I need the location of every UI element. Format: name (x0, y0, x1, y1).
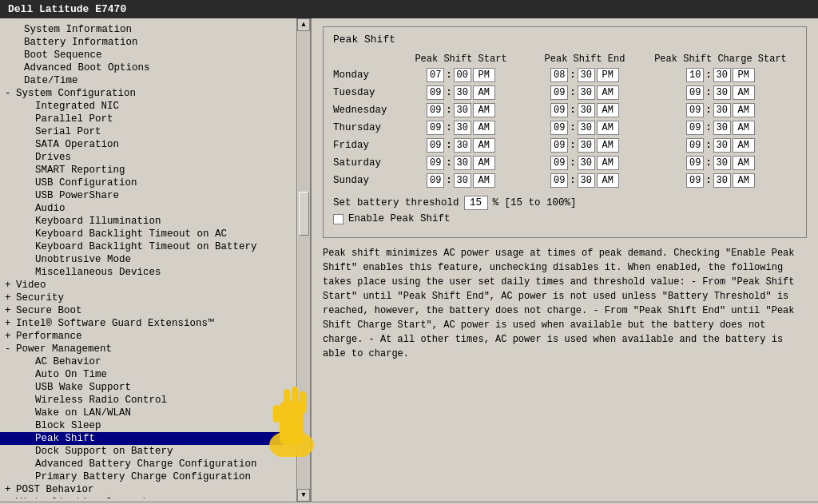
sidebar-item-ac-behavior[interactable]: AC Behavior (0, 355, 310, 368)
time-ampm-input[interactable] (733, 173, 755, 188)
time-hour-input[interactable] (427, 156, 444, 170)
sidebar-item-virt-support[interactable]: +Virtualization Support (0, 496, 310, 498)
sidebar-item-security[interactable]: +Security (0, 292, 310, 304)
sidebar-item-keyboard-timeout-ac[interactable]: Keyboard Backlight Timeout on AC (0, 228, 310, 240)
time-ampm-input[interactable] (597, 156, 619, 170)
sidebar-item-misc-devices[interactable]: Miscellaneous Devices (0, 266, 310, 279)
time-ampm-input[interactable] (473, 85, 495, 100)
sidebar-item-performance[interactable]: +Performance (0, 330, 310, 343)
time-hour-input[interactable] (550, 121, 568, 135)
scrollbar-thumb[interactable] (299, 192, 309, 236)
time-min-input[interactable] (713, 68, 731, 82)
time-ampm-input[interactable] (733, 156, 755, 170)
time-min-input[interactable] (454, 103, 471, 117)
time-ampm-input[interactable] (733, 138, 755, 153)
time-min-input[interactable] (578, 121, 595, 135)
time-ampm-input[interactable] (597, 121, 619, 135)
sidebar-item-wireless-radio[interactable]: Wireless Radio Control (0, 394, 310, 407)
sidebar-item-keyboard-illum[interactable]: Keyboard Illumination (0, 215, 310, 228)
time-min-input[interactable] (713, 85, 731, 100)
time-min-input[interactable] (713, 173, 731, 188)
sidebar-item-video[interactable]: +Video (0, 279, 310, 292)
time-ampm-input[interactable] (473, 68, 495, 82)
time-hour-input[interactable] (686, 103, 704, 117)
time-hour-input[interactable] (686, 68, 704, 82)
sidebar-item-auto-on-time[interactable]: Auto On Time (0, 368, 310, 381)
time-min-input[interactable] (713, 103, 731, 117)
time-ampm-input[interactable] (473, 103, 495, 117)
time-hour-input[interactable] (686, 138, 704, 153)
sidebar-item-adv-battery[interactable]: Advanced Battery Charge Configuration (0, 458, 310, 470)
sidebar-item-drives[interactable]: Drives (0, 151, 310, 164)
time-min-input[interactable] (454, 68, 471, 82)
time-hour-input[interactable] (550, 138, 568, 153)
time-min-input[interactable] (713, 121, 731, 135)
time-hour-input[interactable] (427, 68, 444, 82)
sidebar-item-system-config[interactable]: -System Configuration (0, 87, 310, 100)
sidebar-item-battery-info[interactable]: Battery Information (0, 36, 310, 49)
sidebar-item-dock-support[interactable]: Dock Support on Battery (0, 445, 310, 458)
time-hour-input[interactable] (550, 156, 568, 170)
sidebar-item-advanced-boot[interactable]: Advanced Boot Options (0, 62, 310, 74)
sidebar-item-sata-operation[interactable]: SATA Operation (0, 138, 310, 151)
time-min-input[interactable] (578, 85, 595, 100)
time-ampm-input[interactable] (473, 156, 495, 170)
time-ampm-input[interactable] (597, 138, 619, 153)
sidebar-item-secure-boot[interactable]: +Secure Boot (0, 304, 310, 317)
time-hour-input[interactable] (427, 103, 444, 117)
tree-scroll[interactable]: System InformationBattery InformationBoo… (0, 22, 310, 498)
time-ampm-input[interactable] (597, 103, 619, 117)
sidebar-item-block-sleep[interactable]: Block Sleep (0, 419, 310, 432)
sidebar-item-boot-sequence[interactable]: Boot Sequence (0, 49, 310, 62)
time-min-input[interactable] (454, 85, 471, 100)
time-hour-input[interactable] (427, 121, 444, 135)
time-min-input[interactable] (454, 173, 471, 188)
time-ampm-input[interactable] (733, 85, 755, 100)
time-hour-input[interactable] (550, 85, 568, 100)
time-ampm-input[interactable] (733, 103, 755, 117)
time-min-input[interactable] (454, 121, 471, 135)
sidebar-item-usb-wake[interactable]: USB Wake Support (0, 381, 310, 394)
time-hour-input[interactable] (427, 85, 444, 100)
time-ampm-input[interactable] (597, 173, 619, 188)
time-min-input[interactable] (454, 156, 471, 170)
time-ampm-input[interactable] (733, 121, 755, 135)
time-hour-input[interactable] (686, 173, 704, 188)
sidebar-item-post-behavior[interactable]: +POST Behavior (0, 483, 310, 496)
sidebar-item-system-info[interactable]: System Information (0, 23, 310, 36)
sidebar-item-usb-powershare[interactable]: USB PowerShare (0, 189, 310, 202)
time-hour-input[interactable] (427, 173, 444, 188)
time-min-input[interactable] (454, 138, 471, 153)
sidebar-item-peak-shift[interactable]: Peak Shift (0, 432, 310, 445)
time-min-input[interactable] (578, 68, 595, 82)
sidebar-item-parallel-port[interactable]: Parallel Port (0, 113, 310, 125)
sidebar-item-primary-battery[interactable]: Primary Battery Charge Configuration (0, 470, 310, 483)
scroll-up-button[interactable]: ▲ (297, 18, 310, 31)
time-hour-input[interactable] (550, 103, 568, 117)
time-ampm-input[interactable] (733, 68, 755, 82)
time-min-input[interactable] (578, 103, 595, 117)
time-min-input[interactable] (578, 138, 595, 153)
time-hour-input[interactable] (686, 121, 704, 135)
time-min-input[interactable] (713, 156, 731, 170)
time-hour-input[interactable] (550, 173, 568, 188)
sidebar-item-audio[interactable]: Audio (0, 202, 310, 215)
time-ampm-input[interactable] (473, 138, 495, 153)
sidebar-item-usb-config[interactable]: USB Configuration (0, 177, 310, 189)
sidebar-item-unobtrusive[interactable]: Unobtrusive Mode (0, 253, 310, 266)
sidebar-item-power-mgmt[interactable]: -Power Management (0, 343, 310, 355)
time-hour-input[interactable] (686, 85, 704, 100)
sidebar-item-smart-reporting[interactable]: SMART Reporting (0, 164, 310, 177)
time-min-input[interactable] (713, 138, 731, 153)
sidebar-item-keyboard-timeout-bat[interactable]: Keyboard Backlight Timeout on Battery (0, 240, 310, 253)
sidebar-item-integrated-nic[interactable]: Integrated NIC (0, 100, 310, 113)
time-min-input[interactable] (578, 173, 595, 188)
time-ampm-input[interactable] (473, 173, 495, 188)
time-hour-input[interactable] (550, 68, 568, 82)
sidebar-item-serial-port[interactable]: Serial Port (0, 125, 310, 138)
threshold-input[interactable] (464, 196, 488, 210)
scroll-down-button[interactable]: ▼ (297, 489, 310, 502)
time-min-input[interactable] (578, 156, 595, 170)
time-ampm-input[interactable] (597, 85, 619, 100)
time-ampm-input[interactable] (473, 121, 495, 135)
